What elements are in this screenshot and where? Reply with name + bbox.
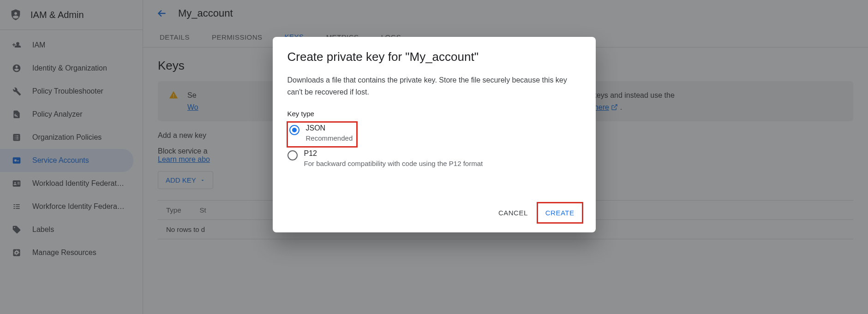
dialog-actions: CANCEL CREATE — [287, 204, 581, 221]
create-key-dialog: Create private key for "My_account" Down… — [273, 37, 596, 232]
dialog-title: Create private key for "My_account" — [287, 50, 581, 64]
key-type-label: Key type — [287, 110, 581, 118]
dialog-description: Downloads a file that contains the priva… — [287, 74, 581, 98]
key-type-json[interactable]: JSON Recommended — [287, 122, 357, 147]
radio-unchecked-icon — [287, 150, 298, 160]
key-type-p12[interactable]: P12 For backward compatibility with code… — [287, 147, 581, 172]
create-button[interactable]: CREATE — [539, 204, 581, 221]
radio-checked-icon — [289, 125, 299, 135]
cancel-button[interactable]: CANCEL — [492, 204, 534, 221]
modal-scrim: Create private key for "My_account" Down… — [0, 0, 868, 314]
